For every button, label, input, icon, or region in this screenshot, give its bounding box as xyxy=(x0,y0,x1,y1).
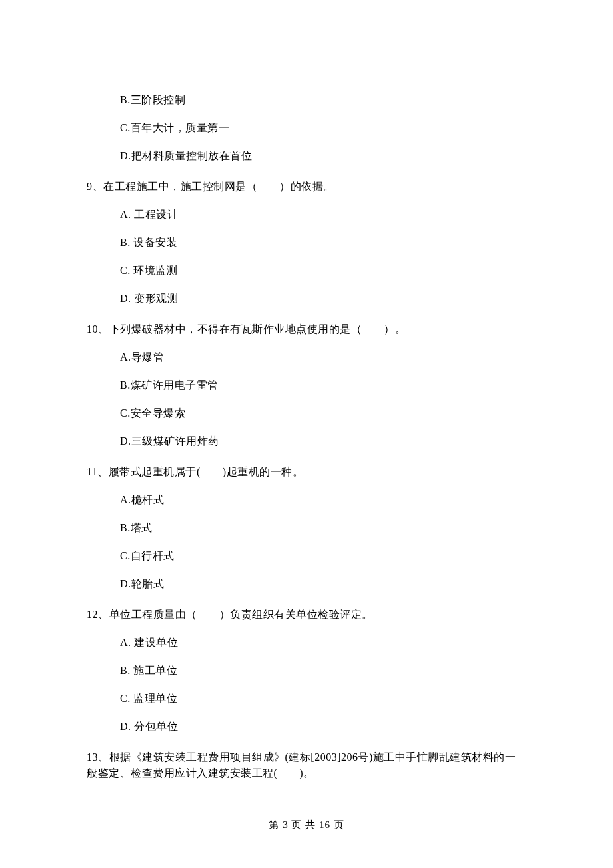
question-stem: 9、在工程施工中，施工控制网是（ ）的依据。 xyxy=(87,179,526,195)
option-text: D. 变形观测 xyxy=(120,291,526,307)
option-text: B.煤矿许用电子雷管 xyxy=(120,377,526,393)
question-stem: 12、单位工程质量由（ ）负责组织有关单位检验评定。 xyxy=(87,607,526,623)
option-text: B.三阶段控制 xyxy=(120,92,526,108)
option-text: C.自行杆式 xyxy=(120,548,526,564)
option-text: B.塔式 xyxy=(120,520,526,536)
option-text: B. 设备安装 xyxy=(120,235,526,251)
option-text: C.百年大计，质量第一 xyxy=(120,120,526,136)
option-text: D. 分包单位 xyxy=(120,719,526,735)
page-content: B.三阶段控制 C.百年大计，质量第一 D.把材料质量控制放在首位 9、在工程施… xyxy=(0,0,613,831)
question-stem: 10、下列爆破器材中，不得在有瓦斯作业地点使用的是（ ）。 xyxy=(87,321,526,337)
option-text: A. 建设单位 xyxy=(120,635,526,651)
option-text: D.把材料质量控制放在首位 xyxy=(120,148,526,164)
option-text: A.导爆管 xyxy=(120,349,526,365)
option-text: C. 环境监测 xyxy=(120,263,526,279)
option-text: D.轮胎式 xyxy=(120,576,526,592)
option-text: A.桅杆式 xyxy=(120,492,526,508)
question-stem: 11、履带式起重机属于( )起重机的一种。 xyxy=(87,464,526,480)
option-text: C. 监理单位 xyxy=(120,691,526,707)
option-text: B. 施工单位 xyxy=(120,663,526,679)
page-footer: 第 3 页 共 16 页 xyxy=(0,817,613,833)
option-text: C.安全导爆索 xyxy=(120,405,526,421)
question-stem: 13、根据《建筑安装工程费用项目组成》(建标[2003]206号)施工中手忙脚乱… xyxy=(87,749,526,781)
option-text: D.三级煤矿许用炸药 xyxy=(120,433,526,449)
option-text: A. 工程设计 xyxy=(120,207,526,223)
